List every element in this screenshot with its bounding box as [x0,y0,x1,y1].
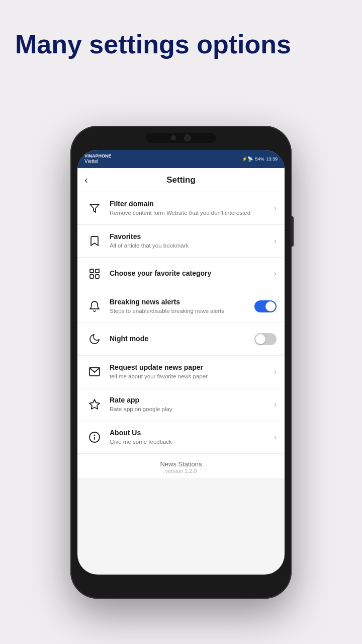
status-carrier-group: VINAPHONE Viettel [84,153,112,165]
star-icon [85,395,104,414]
settings-item-night-mode[interactable]: Night mode [77,323,285,356]
favorites-icon [85,232,104,250]
filter-domain-subtitle: Remove content form Website that you don… [110,209,270,217]
svg-marker-6 [89,399,100,409]
time: 13:39 [266,156,278,162]
filter-domain-content: Filter domain Remove content form Websit… [110,200,270,217]
favorites-content: Favorites All of article that you bookma… [110,232,270,250]
back-button[interactable]: ‹ [84,174,88,186]
svg-rect-3 [90,275,94,278]
status-icons: ⚡📡 [242,156,253,162]
filter-domain-right: › [274,204,277,213]
camera-dot-left [171,135,176,140]
favorites-title: Favorites [110,232,270,240]
screen-title: Setting [166,175,196,185]
settings-item-category[interactable]: Choose your favorite category › [77,258,285,290]
category-icon [85,265,104,283]
settings-item-filter-domain[interactable]: Filter domain Remove content form Websit… [77,192,285,225]
category-content: Choose your favorite category [110,269,270,278]
rate-app-right: › [274,400,277,409]
chevron-icon: › [274,433,277,442]
chevron-icon: › [274,269,277,278]
carrier-name: VINAPHONE [84,153,112,159]
about-us-subtitle: Give me some feedback [110,438,270,446]
status-right-group: ⚡📡 54% 13:39 [242,156,278,162]
night-mode-right[interactable] [254,333,277,345]
category-title: Choose your favorite category [110,269,270,277]
mail-icon [85,363,104,381]
phone-screen: VINAPHONE Viettel ⚡📡 54% 13:39 ‹ Setting [77,150,285,575]
toggle-knob [255,334,265,344]
phone-wrapper: VINAPHONE Viettel ⚡📡 54% 13:39 ‹ Setting [70,126,292,609]
breaking-news-title: Breaking news alerts [110,298,250,306]
rate-app-title: Rate app [110,396,270,404]
breaking-news-content: Breaking news alerts Steps to enable/dis… [110,298,250,315]
phone-top-bar [146,133,216,143]
camera-dot-front [184,134,191,141]
request-update-content: Request update news paper tell me about … [110,363,270,380]
breaking-news-subtitle: Steps to enable/disable breaking news al… [110,307,250,315]
rate-app-subtitle: Rate app on google play [110,405,270,413]
rate-app-content: Rate app Rate app on google play [110,396,270,413]
about-us-content: About Us Give me some feedback [110,429,270,446]
favorites-right: › [274,236,277,246]
status-bar: VINAPHONE Viettel ⚡📡 54% 13:39 [77,150,285,168]
chevron-icon: › [274,400,277,409]
about-us-right: › [274,433,277,442]
settings-list: Filter domain Remove content form Websit… [77,192,285,478]
settings-item-request-update[interactable]: Request update news paper tell me about … [77,356,285,388]
night-mode-title: Night mode [110,335,250,343]
side-button-right [291,216,294,247]
info-icon [85,428,104,446]
filter-domain-title: Filter domain [110,200,270,208]
page-title: Many settings options [15,30,347,59]
night-mode-toggle[interactable] [254,333,277,345]
battery-level: 54% [255,156,264,162]
toggle-knob [265,301,276,311]
breaking-news-right[interactable] [254,300,277,312]
request-update-subtitle: tell me about your favorite news paper [110,372,270,380]
chevron-icon: › [274,236,277,246]
request-update-title: Request update news paper [110,363,270,371]
favorites-subtitle: All of article that you bookmark [110,242,270,250]
svg-rect-4 [96,275,99,278]
footer-version: version 1.2.0 [77,468,285,474]
footer-app-name: News Stations [77,460,285,468]
chevron-icon: › [274,204,277,213]
settings-item-favorites[interactable]: Favorites All of article that you bookma… [77,225,285,258]
night-mode-content: Night mode [110,335,250,344]
app-header: ‹ Setting [77,168,285,192]
moon-icon [85,330,104,348]
category-right: › [274,269,277,278]
settings-item-breaking-news[interactable]: Breaking news alerts Steps to enable/dis… [77,290,285,323]
svg-rect-1 [90,269,94,273]
about-us-title: About Us [110,429,270,437]
chevron-icon: › [274,367,277,376]
bell-icon [85,297,104,315]
breaking-news-toggle[interactable] [254,300,277,312]
carrier-name-2: Viettel [84,158,112,165]
filter-icon [85,199,104,217]
settings-item-about-us[interactable]: About Us Give me some feedback › [77,421,285,454]
request-update-right: › [274,367,277,376]
svg-marker-0 [90,204,99,212]
phone-shell: VINAPHONE Viettel ⚡📡 54% 13:39 ‹ Setting [70,126,292,599]
svg-rect-2 [96,269,99,273]
settings-item-rate-app[interactable]: Rate app Rate app on google play › [77,388,285,421]
app-footer: News Stations version 1.2.0 [77,454,285,478]
